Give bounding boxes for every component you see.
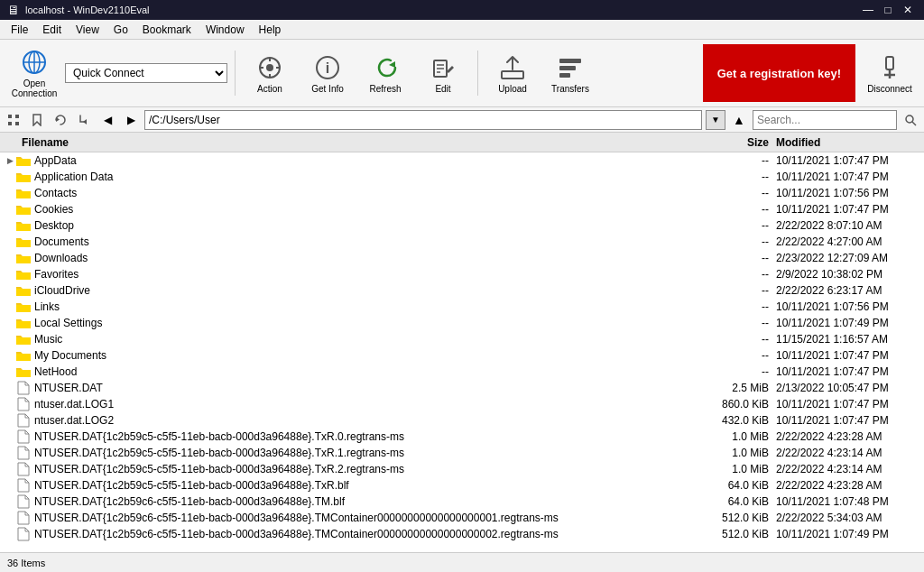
minimize-button[interactable]: —: [859, 1, 877, 19]
transfers-label: Transfers: [551, 84, 589, 94]
file-name: iCloudDrive: [34, 284, 704, 297]
history-back-button[interactable]: [51, 110, 70, 130]
table-row[interactable]: NTUSER.DAT{1c2b59c5-c5f5-11eb-bacb-000d3…: [0, 429, 924, 445]
svg-point-30: [906, 115, 913, 123]
file-size: 64.0 KiB: [704, 479, 776, 492]
disconnect-button[interactable]: Disconnect: [863, 44, 917, 102]
get-info-button[interactable]: i Get Info: [300, 44, 355, 102]
folder-icon: [16, 267, 31, 281]
upload-button[interactable]: Upload: [485, 44, 540, 102]
table-row[interactable]: NTUSER.DAT{1c2b59c5-c5f5-11eb-bacb-000d3…: [0, 461, 924, 477]
transfers-button[interactable]: Transfers: [543, 44, 597, 102]
title-bar-left: 🖥 localhost - WinDev2110Eval: [7, 3, 150, 17]
column-header-size[interactable]: Size: [704, 136, 776, 149]
action-button[interactable]: Action: [243, 44, 297, 102]
reg-key-button[interactable]: Get a registration key!: [703, 44, 855, 102]
toolbar: Open Connection Quick Connect Action i: [0, 40, 924, 107]
folder-icon: [16, 348, 31, 363]
menu-edit[interactable]: Edit: [35, 22, 69, 38]
folder-icon: [16, 251, 31, 265]
table-row[interactable]: iCloudDrive--2/22/2022 6:23:17 AM: [0, 282, 924, 299]
toggle-tree-button[interactable]: [4, 110, 23, 130]
svg-rect-27: [15, 122, 19, 125]
file-name: NetHood: [34, 365, 704, 378]
menu-help[interactable]: Help: [252, 22, 289, 38]
file-modified: 10/11/2021 1:07:56 PM: [776, 187, 920, 199]
window-title: localhost - WinDev2110Eval: [25, 5, 150, 15]
upload-label: Upload: [498, 84, 527, 94]
get-info-icon: i: [313, 53, 342, 82]
table-row[interactable]: Contacts--10/11/2021 1:07:56 PM: [0, 185, 924, 201]
file-size: --: [704, 300, 776, 313]
address-dropdown[interactable]: ▼: [706, 110, 725, 130]
quick-connect-container: Quick Connect: [65, 63, 227, 83]
history-fwd-button[interactable]: [74, 110, 94, 130]
quick-connect-select[interactable]: Quick Connect: [65, 63, 227, 83]
table-row[interactable]: NTUSER.DAT{1c2b59c6-c5f5-11eb-bacb-000d3…: [0, 526, 924, 542]
table-row[interactable]: Application Data--10/11/2021 1:07:47 PM: [0, 169, 924, 185]
file-size: --: [704, 154, 776, 167]
table-row[interactable]: NTUSER.DAT{1c2b59c5-c5f5-11eb-bacb-000d3…: [0, 445, 924, 461]
file-name: Downloads: [34, 252, 704, 264]
table-row[interactable]: NTUSER.DAT2.5 MiB2/13/2022 10:05:47 PM: [0, 380, 924, 396]
menu-window[interactable]: Window: [199, 22, 252, 38]
search-button[interactable]: [901, 110, 920, 130]
file-icon: [16, 446, 31, 460]
file-icon: [16, 462, 31, 476]
file-modified: 10/11/2021 1:07:47 PM: [776, 154, 920, 167]
file-name: NTUSER.DAT{1c2b59c5-c5f5-11eb-bacb-000d3…: [34, 479, 704, 492]
table-row[interactable]: Downloads--2/23/2022 12:27:09 AM: [0, 250, 924, 266]
column-header-modified[interactable]: Modified: [776, 136, 920, 149]
bookmark-button[interactable]: [27, 110, 47, 130]
table-row[interactable]: My Documents--10/11/2021 1:07:47 PM: [0, 347, 924, 364]
menu-go[interactable]: Go: [106, 22, 135, 38]
table-row[interactable]: Cookies--10/11/2021 1:07:47 PM: [0, 201, 924, 217]
nav-fwd-button[interactable]: ▶: [121, 110, 141, 130]
file-modified: 10/11/2021 1:07:47 PM: [776, 349, 920, 362]
folder-icon: [16, 153, 31, 168]
file-size: --: [704, 203, 776, 216]
status-bar: 36 Items: [0, 552, 924, 572]
file-modified: 10/11/2021 1:07:47 PM: [776, 203, 920, 216]
disconnect-icon: [875, 53, 904, 82]
maximize-button[interactable]: □: [879, 1, 897, 19]
sort-asc-button[interactable]: ▲: [729, 110, 749, 130]
close-button[interactable]: ✕: [899, 1, 917, 19]
table-row[interactable]: Local Settings--10/11/2021 1:07:49 PM: [0, 315, 924, 331]
table-row[interactable]: NTUSER.DAT{1c2b59c6-c5f5-11eb-bacb-000d3…: [0, 510, 924, 526]
file-icon: [16, 494, 31, 509]
file-size: 512.0 KiB: [704, 528, 776, 540]
svg-rect-24: [8, 115, 12, 118]
table-row[interactable]: Favorites--2/9/2022 10:38:02 PM: [0, 266, 924, 282]
file-list: ▶AppData--10/11/2021 1:07:47 PMApplicati…: [0, 152, 924, 552]
folder-icon: [16, 202, 31, 217]
table-row[interactable]: Links--10/11/2021 1:07:56 PM: [0, 299, 924, 315]
table-row[interactable]: ▶AppData--10/11/2021 1:07:47 PM: [0, 152, 924, 169]
menu-file[interactable]: File: [4, 22, 35, 38]
search-input[interactable]: [753, 110, 897, 130]
file-name: Contacts: [34, 187, 704, 199]
menu-bookmark[interactable]: Bookmark: [135, 22, 199, 38]
menu-view[interactable]: View: [69, 22, 106, 38]
table-row[interactable]: ntuser.dat.LOG1860.0 KiB10/11/2021 1:07:…: [0, 396, 924, 412]
open-connection-button[interactable]: Open Connection: [7, 44, 61, 102]
table-row[interactable]: NTUSER.DAT{1c2b59c5-c5f5-11eb-bacb-000d3…: [0, 477, 924, 494]
column-header-name[interactable]: Filename: [4, 136, 704, 149]
file-name: NTUSER.DAT{1c2b59c6-c5f5-11eb-bacb-000d3…: [34, 495, 704, 508]
file-icon: [16, 429, 31, 444]
file-name: Local Settings: [34, 317, 704, 329]
table-row[interactable]: Desktop--2/22/2022 8:07:10 AM: [0, 217, 924, 234]
file-name: NTUSER.DAT{1c2b59c5-c5f5-11eb-bacb-000d3…: [34, 463, 704, 475]
nav-back-button[interactable]: ◀: [97, 110, 117, 130]
address-input[interactable]: [144, 110, 702, 130]
table-row[interactable]: NTUSER.DAT{1c2b59c6-c5f5-11eb-bacb-000d3…: [0, 494, 924, 510]
table-row[interactable]: Documents--2/22/2022 4:27:00 AM: [0, 234, 924, 250]
svg-rect-18: [559, 59, 581, 63]
edit-button[interactable]: Edit: [416, 44, 470, 102]
table-row[interactable]: Music--11/15/2021 1:16:57 AM: [0, 331, 924, 347]
table-row[interactable]: NetHood--10/11/2021 1:07:47 PM: [0, 364, 924, 380]
file-size: --: [704, 235, 776, 248]
file-size: --: [704, 349, 776, 362]
table-row[interactable]: ntuser.dat.LOG2432.0 KiB10/11/2021 1:07:…: [0, 412, 924, 429]
refresh-button[interactable]: Refresh: [358, 44, 412, 102]
